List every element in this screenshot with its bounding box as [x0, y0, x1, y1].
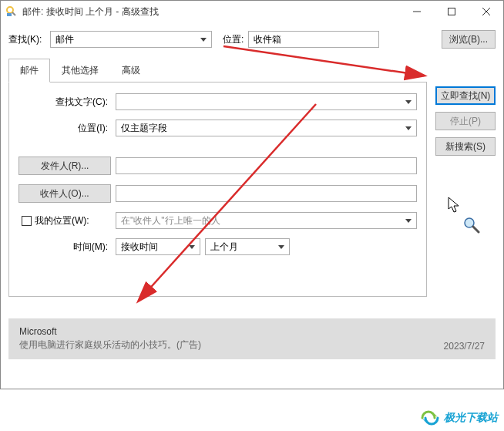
time-field-dropdown[interactable]: 接收时间	[116, 238, 200, 255]
search-text-input[interactable]	[116, 93, 417, 110]
time-field-value: 接收时间	[121, 241, 158, 254]
my-location-checkbox[interactable]	[22, 216, 32, 226]
action-buttons-column: 立即查找(N) 停止(P) 新搜索(S)	[435, 86, 496, 156]
sender-row: 发件人(R)...	[18, 157, 417, 175]
time-range-dropdown[interactable]: 上个月	[205, 238, 290, 255]
window-title: 邮件: 接收时间 上个月 - 高级查找	[22, 5, 399, 19]
tab-other[interactable]: 其他选择	[50, 59, 110, 82]
my-location-dropdown[interactable]: 在"收件人"行上唯一的人	[116, 212, 417, 229]
time-label: 时间(M):	[18, 241, 111, 254]
close-button[interactable]	[469, 1, 503, 22]
location-value: 收件箱	[254, 33, 281, 46]
watermark-text: 极光下载站	[444, 411, 498, 425]
watermark: 极光下载站	[419, 409, 498, 426]
tab-mail[interactable]: 邮件	[8, 59, 50, 82]
search-in-dropdown[interactable]: 仅主题字段	[116, 120, 417, 136]
time-range-value: 上个月	[210, 241, 238, 254]
results-list: Microsoft 使用电脑进行家庭娱乐活动的小技巧。(广告) 2023/7/2…	[8, 318, 496, 359]
result-subject: 使用电脑进行家庭娱乐活动的小技巧。(广告)	[19, 338, 438, 352]
time-row: 时间(M): 接收时间 上个月	[18, 238, 417, 255]
search-text-label: 查找文字(C):	[18, 96, 111, 109]
find-now-button[interactable]: 立即查找(N)	[435, 86, 496, 105]
svg-rect-2	[7, 13, 12, 16]
advanced-find-window: 邮件: 接收时间 上个月 - 高级查找 查找(K): 邮件 位置: 收件箱 浏览…	[0, 0, 504, 389]
tab-advanced[interactable]: 高级	[110, 59, 152, 82]
tab-panel-mail: 查找文字(C): 位置(I): 仅主题字段 发件人(R)... 收件人(O)..…	[8, 82, 427, 297]
search-text-row: 查找文字(C):	[18, 93, 417, 110]
my-location-row: 我的位置(W): 在"收件人"行上唯一的人	[18, 212, 417, 229]
search-in-label: 位置(I):	[18, 122, 111, 135]
magnifier-icon	[463, 217, 480, 234]
search-type-dropdown[interactable]: 邮件	[50, 31, 212, 48]
search-top-row: 查找(K): 邮件 位置: 收件箱 浏览(B)...	[8, 30, 496, 49]
svg-line-1	[12, 12, 15, 15]
stop-button[interactable]: 停止(P)	[435, 112, 496, 130]
result-date: 2023/7/27	[444, 341, 485, 352]
search-in-row: 位置(I): 仅主题字段	[18, 120, 417, 136]
titlebar: 邮件: 接收时间 上个月 - 高级查找	[1, 1, 503, 22]
search-type-label: 查找(K):	[8, 33, 45, 46]
watermark-logo-icon	[419, 409, 441, 426]
content-area: 查找(K): 邮件 位置: 收件箱 浏览(B)... 邮件 其他选择 高级 查找…	[1, 22, 503, 359]
tab-bar: 邮件 其他选择 高级	[8, 58, 427, 82]
svg-rect-4	[448, 8, 455, 15]
my-location-label: 我的位置(W):	[35, 214, 89, 227]
minimize-button[interactable]	[399, 1, 434, 22]
recipient-input[interactable]	[116, 185, 417, 202]
new-search-button[interactable]: 新搜索(S)	[435, 137, 496, 156]
location-input[interactable]: 收件箱	[248, 31, 379, 48]
browse-button[interactable]: 浏览(B)...	[442, 30, 496, 49]
window-controls	[399, 1, 503, 22]
svg-point-0	[7, 7, 13, 13]
mouse-cursor-icon	[448, 197, 462, 214]
location-label: 位置:	[223, 33, 244, 46]
svg-line-8	[473, 227, 479, 232]
recipient-button[interactable]: 收件人(O)...	[18, 184, 111, 203]
result-sender: Microsoft	[19, 326, 438, 337]
search-type-value: 邮件	[55, 33, 74, 46]
result-item[interactable]: Microsoft 使用电脑进行家庭娱乐活动的小技巧。(广告)	[19, 326, 438, 352]
sender-input[interactable]	[116, 157, 417, 174]
app-icon	[5, 5, 18, 18]
sender-button[interactable]: 发件人(R)...	[18, 157, 111, 175]
my-location-placeholder: 在"收件人"行上唯一的人	[121, 214, 220, 227]
search-in-value: 仅主题字段	[121, 122, 167, 135]
recipient-row: 收件人(O)...	[18, 184, 417, 203]
maximize-button[interactable]	[434, 1, 469, 22]
